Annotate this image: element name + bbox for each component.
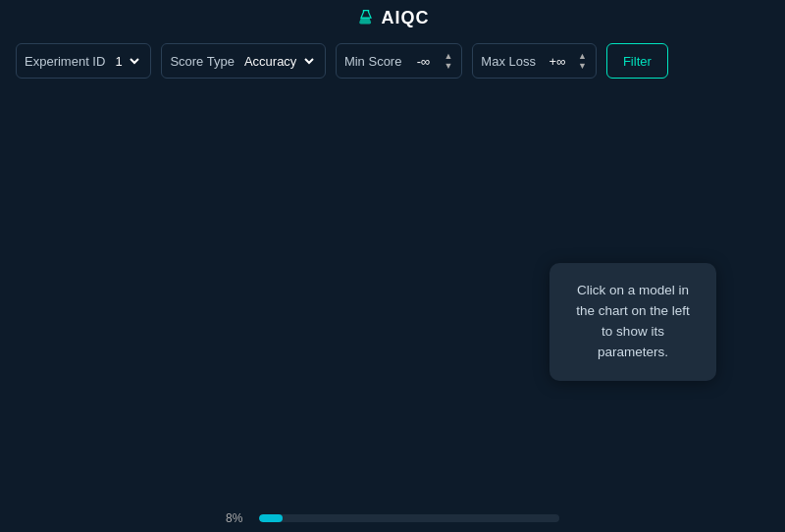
tooltip-box: Click on a model in the chart on the lef…: [550, 263, 716, 381]
progress-label: 8%: [226, 511, 253, 525]
max-loss-up-button[interactable]: ▲: [577, 52, 588, 61]
experiment-id-select[interactable]: 1 2 3: [111, 53, 142, 70]
min-score-spin: ▲ ▼: [405, 52, 453, 71]
app-title: AIQC: [382, 8, 430, 28]
flask-icon: [356, 8, 376, 27]
max-loss-down-button[interactable]: ▼: [577, 62, 588, 71]
progress-bar-fill: [259, 514, 283, 522]
min-score-down-button[interactable]: ▼: [443, 62, 453, 71]
min-score-up-button[interactable]: ▲: [443, 52, 453, 61]
experiment-id-group: Experiment ID 1 2 3: [16, 43, 151, 79]
max-loss-label: Max Loss: [481, 54, 536, 69]
max-loss-spin-buttons: ▲ ▼: [577, 52, 588, 71]
main-content: Click on a model in the chart on the lef…: [0, 86, 785, 505]
progress-bar-background: [259, 514, 559, 522]
score-type-group: Score Type Accuracy F1 AUC RMSE: [161, 43, 326, 79]
max-loss-group: Max Loss ▲ ▼: [472, 43, 597, 79]
filter-button[interactable]: Filter: [606, 43, 668, 79]
score-type-select[interactable]: Accuracy F1 AUC RMSE: [240, 53, 317, 70]
score-type-label: Score Type: [170, 54, 235, 69]
max-loss-input[interactable]: [540, 54, 575, 69]
toolbar: Experiment ID 1 2 3 Score Type Accuracy …: [0, 35, 785, 86]
min-score-input[interactable]: [405, 54, 441, 69]
experiment-id-label: Experiment ID: [25, 54, 105, 69]
tooltip-text: Click on a model in the chart on the lef…: [576, 283, 690, 359]
app-header: AIQC: [0, 0, 785, 35]
progress-container: 8%: [226, 511, 559, 525]
min-score-spin-buttons: ▲ ▼: [443, 52, 453, 71]
min-score-label: Min Score: [344, 54, 402, 69]
progress-bar-area: 8%: [0, 505, 785, 532]
max-loss-spin: ▲ ▼: [540, 52, 588, 71]
min-score-group: Min Score ▲ ▼: [336, 43, 462, 79]
app-logo: AIQC: [356, 8, 430, 28]
